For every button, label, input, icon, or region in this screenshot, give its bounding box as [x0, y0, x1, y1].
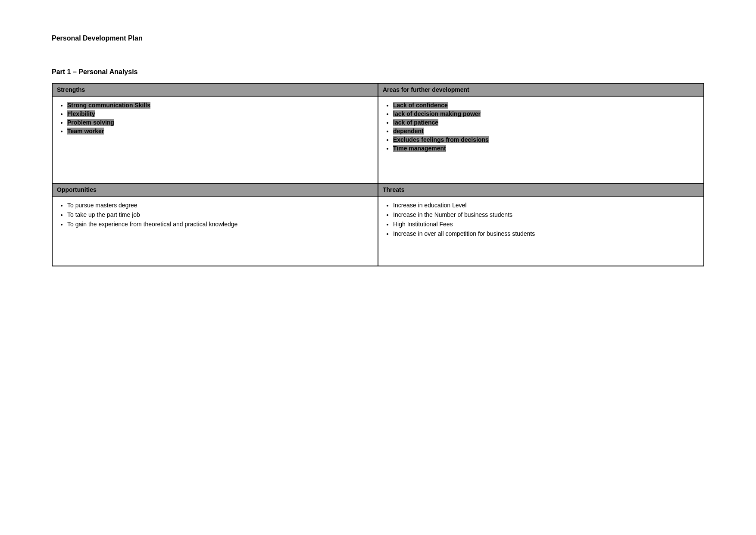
threat-item-2: Increase in the Number of business stude…	[393, 211, 699, 218]
areas-cell: Areas for further development Lack of co…	[378, 83, 704, 183]
strength-item-4: Team worker	[67, 128, 373, 135]
document-title: Personal Development Plan	[52, 34, 704, 42]
swot-table: Strengths Strong communication Skills Fl…	[52, 83, 704, 266]
threats-cell: Threats Increase in education Level Incr…	[378, 183, 704, 266]
strength-item-3: Problem solving	[67, 119, 373, 126]
threat-item-1: Increase in education Level	[393, 202, 699, 209]
opp-item-3: To gain the experience from theoretical …	[67, 221, 373, 228]
part1-title: Part 1 – Personal Analysis	[52, 68, 704, 76]
opportunities-header: Opportunities	[53, 184, 378, 197]
opportunities-content: To pursue masters degree To take up the …	[53, 197, 378, 266]
area-item-4: dependent	[393, 128, 699, 135]
threats-header: Threats	[378, 184, 703, 197]
area-item-6: Time management	[393, 145, 699, 152]
areas-header: Areas for further development	[378, 84, 703, 97]
strengths-header: Strengths	[53, 84, 378, 97]
threat-item-4: Increase in over all competition for bus…	[393, 230, 699, 237]
area-item-1: Lack of confidence	[393, 102, 699, 109]
strengths-cell: Strengths Strong communication Skills Fl…	[52, 83, 378, 183]
strength-item-2: Flexibility	[67, 110, 373, 117]
area-item-3: lack of patience	[393, 119, 699, 126]
threat-item-3: High Institutional Fees	[393, 221, 699, 228]
areas-content: Lack of confidence lack of decision maki…	[378, 97, 703, 183]
strength-item-1: Strong communication Skills	[67, 102, 373, 109]
strengths-content: Strong communication Skills Flexibility …	[53, 97, 378, 183]
opportunities-cell: Opportunities To pursue masters degree T…	[52, 183, 378, 266]
opp-item-1: To pursue masters degree	[67, 202, 373, 209]
swot-row-top: Strengths Strong communication Skills Fl…	[52, 83, 704, 183]
area-item-5: Excludes feelings from decisions	[393, 136, 699, 143]
swot-row-bottom: Opportunities To pursue masters degree T…	[52, 183, 704, 266]
opp-item-2: To take up the part time job	[67, 211, 373, 218]
threats-content: Increase in education Level Increase in …	[378, 197, 703, 266]
area-item-2: lack of decision making power	[393, 110, 699, 117]
